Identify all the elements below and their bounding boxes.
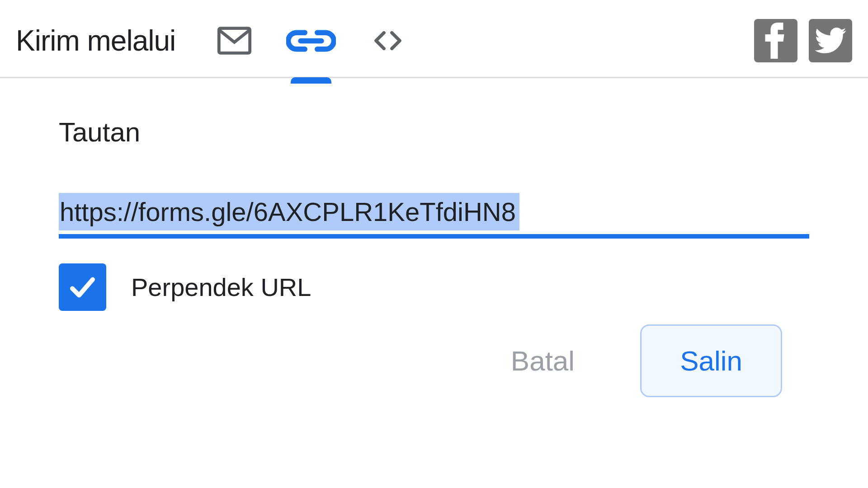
- email-icon: [211, 22, 258, 59]
- social-icons-group: [754, 19, 852, 62]
- send-via-header: Kirim melalui: [0, 0, 868, 78]
- url-input-value[interactable]: https://forms.gle/6AXCPLR1KeTfdiHN8: [59, 193, 519, 230]
- twitter-icon: [815, 28, 846, 54]
- check-icon: [66, 274, 99, 301]
- tab-email[interactable]: [209, 18, 259, 63]
- content-area: Tautan https://forms.gle/6AXCPLR1KeTfdiH…: [0, 78, 868, 415]
- shorten-url-checkbox[interactable]: [59, 263, 106, 311]
- url-input-wrapper[interactable]: https://forms.gle/6AXCPLR1KeTfdiHN8: [59, 193, 809, 239]
- link-icon: [286, 28, 336, 53]
- twitter-share-button[interactable]: [809, 19, 852, 62]
- embed-icon: [363, 25, 413, 56]
- tab-link[interactable]: [286, 18, 336, 63]
- cancel-button[interactable]: Batal: [497, 340, 588, 381]
- facebook-share-button[interactable]: [754, 19, 797, 62]
- button-row: Batal Salin: [59, 324, 809, 397]
- tab-embed[interactable]: [363, 18, 413, 63]
- section-title: Tautan: [59, 117, 809, 148]
- facebook-icon: [764, 23, 788, 59]
- copy-button[interactable]: Salin: [640, 324, 782, 397]
- shorten-url-row: Perpendek URL: [59, 263, 809, 311]
- shorten-url-label: Perpendek URL: [131, 272, 311, 302]
- send-via-label: Kirim melalui: [16, 24, 175, 57]
